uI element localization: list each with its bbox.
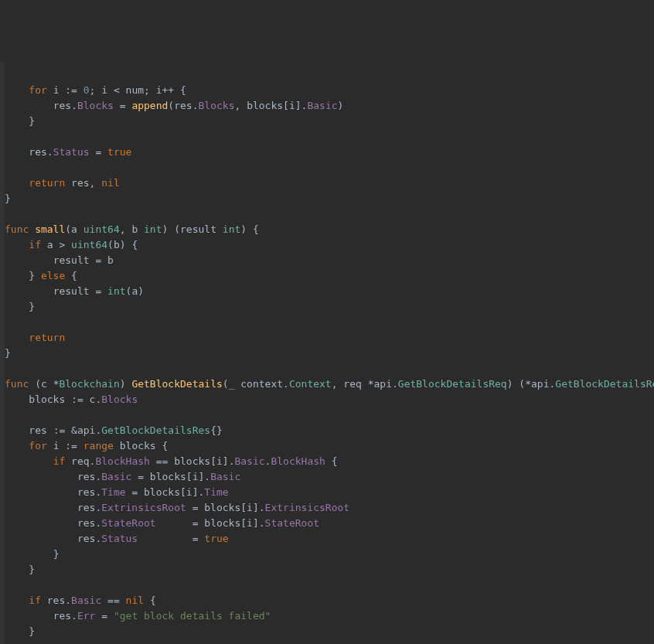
paren: ( <box>519 378 525 390</box>
operator: = <box>101 610 107 622</box>
identifier: b <box>114 239 120 250</box>
punct: . <box>392 378 398 390</box>
bracket: [ <box>240 502 247 513</box>
identifier: b <box>107 254 114 266</box>
identifier: blocks <box>247 100 283 111</box>
brace: { <box>71 270 77 281</box>
paren: ) <box>120 239 126 250</box>
brace: } <box>5 193 11 204</box>
bracket: ] <box>223 455 229 467</box>
pkg: api <box>374 378 392 390</box>
operator: & <box>71 424 77 436</box>
paren: ( <box>168 100 174 111</box>
func-name-small: small <box>35 223 65 235</box>
paren: ( <box>65 223 71 235</box>
type-context: Context <box>289 378 332 390</box>
operator: := <box>65 440 77 451</box>
operator: = <box>192 502 199 513</box>
punct: , <box>90 177 96 189</box>
brace: { <box>180 84 186 96</box>
param: result <box>180 223 216 235</box>
field: Status <box>101 533 138 544</box>
field: BlockHash <box>271 455 325 467</box>
identifier: res <box>174 100 192 111</box>
field: Time <box>204 486 228 498</box>
identifier: i <box>247 517 253 529</box>
identifier: result <box>53 254 90 266</box>
bracket: ] <box>295 100 301 111</box>
keyword-func: func <box>5 378 29 390</box>
identifier: i <box>53 440 60 451</box>
field: ExtrinsicsRoot <box>265 502 350 513</box>
paren: ) <box>507 378 513 390</box>
pkg: api <box>531 378 549 390</box>
punct: . <box>192 100 199 111</box>
paren: ( <box>107 239 114 250</box>
type-uint64: uint64 <box>71 239 107 250</box>
bracket: [ <box>186 471 192 482</box>
punct: , <box>332 378 338 390</box>
type-int: int <box>223 223 240 235</box>
paren: ) <box>162 223 169 235</box>
type-uint64: uint64 <box>83 223 120 235</box>
paren: ) <box>120 378 126 390</box>
operator: = <box>95 254 101 266</box>
brace: } <box>29 270 35 281</box>
identifier: a <box>47 239 53 250</box>
identifier: i <box>247 502 253 513</box>
brace: { <box>131 239 138 250</box>
identifier: res <box>53 610 71 622</box>
keyword-nil: nil <box>101 177 119 189</box>
punct: , <box>234 100 240 111</box>
punct: ; <box>144 84 150 96</box>
identifier: res <box>77 502 95 513</box>
brace: { <box>162 440 169 451</box>
operator: > <box>59 239 65 250</box>
operator: = <box>192 517 199 529</box>
bracket: [ <box>240 517 247 529</box>
operator: = <box>192 533 199 544</box>
param: a <box>71 223 77 235</box>
keyword-return: return <box>29 177 65 189</box>
type-int: int <box>107 285 125 297</box>
keyword-func: func <box>5 223 29 235</box>
code-content[interactable]: for i := 0; i < num; i++ { res.Blocks = … <box>5 62 654 644</box>
bracket: [ <box>210 455 216 467</box>
paren: ( <box>174 223 180 235</box>
code-editor[interactable]: for i := 0; i < num; i++ { res.Blocks = … <box>0 62 654 644</box>
brace: { <box>253 223 259 235</box>
type-res: GetBlockDetailsRes <box>555 378 654 390</box>
operator: := <box>65 84 77 96</box>
identifier: result <box>53 285 90 297</box>
keyword-else: else <box>41 270 65 281</box>
bracket: [ <box>180 486 186 498</box>
field: Time <box>101 486 125 498</box>
keyword-return: return <box>29 332 65 343</box>
paren: ) <box>240 223 247 235</box>
func-name-getblockdetails: GetBlockDetails <box>131 378 222 390</box>
identifier: blocks <box>204 502 240 513</box>
number-literal: 0 <box>83 84 90 96</box>
bracket: [ <box>283 100 289 111</box>
identifier: i <box>216 455 223 467</box>
field: Basic <box>234 455 264 467</box>
field: Basic <box>71 595 101 606</box>
field: Blocks <box>77 100 114 111</box>
keyword-nil: nil <box>126 595 144 606</box>
keyword-range: range <box>83 440 114 451</box>
keyword-true: true <box>107 146 131 158</box>
identifier: res <box>77 486 95 498</box>
bracket: ] <box>253 502 259 513</box>
keyword-true: true <box>204 533 228 544</box>
operator: < <box>114 84 120 96</box>
punct: . <box>71 610 77 622</box>
paren: ) <box>338 100 344 111</box>
pkg: context <box>240 378 283 390</box>
field: Basic <box>307 100 337 111</box>
field: Basic <box>101 471 131 482</box>
field: StateRoot <box>101 517 155 529</box>
keyword-if: if <box>29 595 41 606</box>
bracket: ] <box>253 517 259 529</box>
identifier: num <box>126 84 144 96</box>
type-int: int <box>144 223 162 235</box>
